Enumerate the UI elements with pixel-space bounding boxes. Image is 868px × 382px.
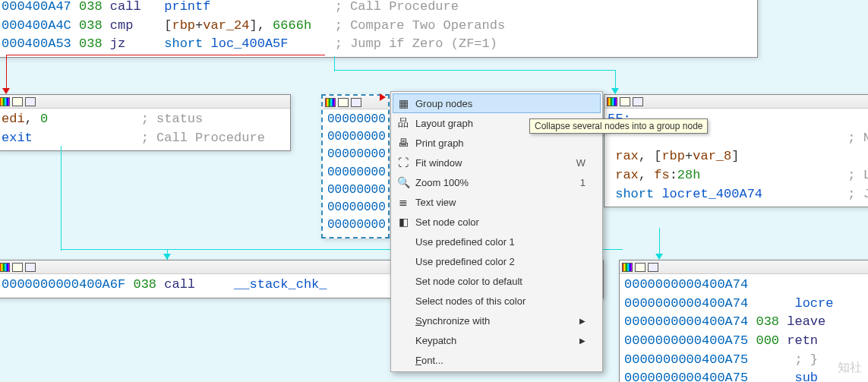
- ctx-set-node-color[interactable]: ◧Set node color: [393, 212, 601, 232]
- ctx-print-graph[interactable]: 🖶Print graph: [393, 133, 601, 153]
- node-right-toolbar: [604, 95, 868, 109]
- node-br-body: 0000000000400A74 0000000000400A74 locre0…: [620, 274, 868, 382]
- edit-icon[interactable]: [12, 97, 23, 106]
- node-bottom-right[interactable]: 0000000000400A74 0000000000400A74 locre0…: [619, 260, 868, 382]
- edge-false-h: [6, 55, 325, 55]
- ctx-zoom-100-[interactable]: 🔍Zoom 100%1: [393, 172, 601, 192]
- props-icon[interactable]: [648, 263, 658, 272]
- edge-br-v: [659, 228, 660, 258]
- ctx-icon: [396, 254, 411, 269]
- props-icon[interactable]: [351, 98, 361, 107]
- edge-left-down: [61, 146, 62, 251]
- props-icon[interactable]: [25, 97, 36, 106]
- edit-icon[interactable]: [620, 97, 630, 106]
- edit-icon[interactable]: [338, 98, 349, 107]
- asm-line: short locret_400A74 ; Jump: [608, 185, 868, 204]
- palette-icon[interactable]: [0, 263, 10, 272]
- asm-line: exit ; Call Procedure: [2, 129, 286, 148]
- ctx-icon: [396, 293, 411, 308]
- edge-true-h: [334, 70, 615, 71]
- props-icon[interactable]: [633, 97, 643, 106]
- node-mid-toolbar: [323, 96, 388, 109]
- asm-line: 0000000000400A75 000 retn: [624, 332, 868, 351]
- ctx-icon: [396, 313, 411, 328]
- node-br-toolbar: [620, 260, 868, 274]
- ctx-label: Fit window: [415, 157, 576, 169]
- palette-icon[interactable]: [622, 263, 633, 272]
- addr-line: 00000000: [327, 164, 383, 182]
- ctx-icon: [396, 352, 411, 368]
- submenu-arrow-icon: ▶: [579, 317, 586, 325]
- ctx-label: Use predefined color 2: [415, 256, 586, 267]
- ctx-label: Keypatch: [415, 335, 579, 346]
- ctx-label: Use predefined color 1: [415, 236, 586, 248]
- ctx-select-nodes-of-this-color[interactable]: Select nodes of this color: [393, 291, 601, 311]
- ctx-icon: [396, 273, 411, 289]
- ctx-keypatch[interactable]: Keypatch▶: [393, 330, 601, 350]
- ctx-set-node-color-to-default[interactable]: Set node color to default: [393, 271, 601, 291]
- node-top-body: 000400A47 038 call printf ; Call Procedu…: [0, 0, 757, 57]
- props-icon[interactable]: [25, 263, 36, 272]
- ctx-label: Synchronize with: [415, 315, 579, 327]
- asm-line: 000400A53 038 jz short loc_400A5F ; Jump…: [2, 35, 753, 54]
- node-mid-body: 0000000000000000000000000000000000000000…: [323, 109, 388, 237]
- ctx-icon: ◧: [396, 214, 411, 229]
- palette-icon[interactable]: [607, 97, 617, 106]
- ctx-shortcut: 1: [580, 177, 586, 188]
- ctx-fit-window[interactable]: ⛶Fit windowW: [393, 153, 601, 172]
- node-right[interactable]: 5F: ; No Operat rax, [rbp+var_8] rax, fs…: [604, 94, 868, 207]
- addr-line: 00000000: [327, 111, 383, 128]
- ctx-group-nodes[interactable]: ▦Group nodes: [393, 93, 601, 113]
- edge-false: [6, 55, 7, 91]
- asm-line: rax, fs:28h ; Logical E: [608, 166, 868, 185]
- ctx-use-predefined-color-1[interactable]: Use predefined color 1: [393, 232, 601, 251]
- node-left[interactable]: edi, 0 ; statusexit ; Call Procedure: [0, 94, 291, 151]
- ctx-label: Zoom 100%: [415, 177, 580, 188]
- ctx-icon: ▦: [396, 96, 411, 111]
- node-top[interactable]: 000400A47 038 call printf ; Call Procedu…: [0, 0, 758, 58]
- ctx-use-predefined-color-2[interactable]: Use predefined color 2: [393, 251, 601, 271]
- edit-icon[interactable]: [12, 263, 23, 272]
- addr-line: 00000000: [327, 128, 383, 146]
- ctx-icon: 品: [396, 115, 411, 131]
- ctx-label: Group nodes: [415, 98, 586, 109]
- asm-line: 0000000000400A74 038 leave: [624, 313, 868, 332]
- asm-line: 0000000000400A75 ; }: [624, 351, 868, 370]
- palette-icon[interactable]: [325, 98, 336, 107]
- submenu-arrow-icon: ▶: [579, 336, 586, 345]
- cursor-indicator: [380, 93, 386, 101]
- ctx-label: Font...: [415, 355, 586, 366]
- tooltip-text: Collapse several nodes into a group node: [535, 121, 702, 131]
- asm-line: rax, [rbp+var_8]: [608, 147, 868, 166]
- ctx-shortcut: W: [576, 157, 586, 169]
- ctx-label: Print graph: [415, 137, 586, 149]
- asm-line: 0000000000400A75 sub: [624, 369, 868, 382]
- asm-line: edi, 0 ; status: [2, 110, 286, 129]
- ctx-label: Set node color to default: [415, 276, 586, 287]
- node-mid-selected[interactable]: 0000000000000000000000000000000000000000…: [321, 94, 390, 238]
- edge-bl-v: [167, 249, 168, 260]
- ctx-text-view[interactable]: ≣Text view: [393, 192, 601, 212]
- ctx-icon: [396, 234, 411, 249]
- palette-icon[interactable]: [0, 97, 10, 106]
- addr-line: 00000000: [327, 182, 383, 199]
- asm-line: 0000000000400A74: [624, 276, 868, 295]
- ctx-font-[interactable]: Font...: [393, 350, 601, 370]
- addr-line: 00000000: [327, 146, 383, 163]
- ctx-label: Set node color: [415, 216, 586, 228]
- edit-icon[interactable]: [635, 263, 645, 272]
- ctx-icon: 🖶: [396, 135, 411, 150]
- addr-line: 00000000: [327, 199, 383, 216]
- asm-line: 000400A4C 038 cmp [rbp+var_24], 6666h ; …: [2, 17, 753, 36]
- tooltip: Collapse several nodes into a group node: [529, 118, 708, 134]
- node-left-body: edi, 0 ; statusexit ; Call Procedure: [0, 109, 290, 150]
- node-left-toolbar: [0, 95, 290, 109]
- ctx-icon: ≣: [396, 194, 411, 210]
- ctx-icon: [396, 333, 411, 348]
- ctx-icon: ⛶: [396, 155, 411, 170]
- ctx-synchronize-with[interactable]: Synchronize with▶: [393, 311, 601, 330]
- addr-line: 00000000: [327, 216, 383, 234]
- ctx-icon: 🔍: [396, 175, 411, 190]
- edge-false-arrow: [2, 88, 10, 94]
- edge-true-v1: [334, 56, 335, 71]
